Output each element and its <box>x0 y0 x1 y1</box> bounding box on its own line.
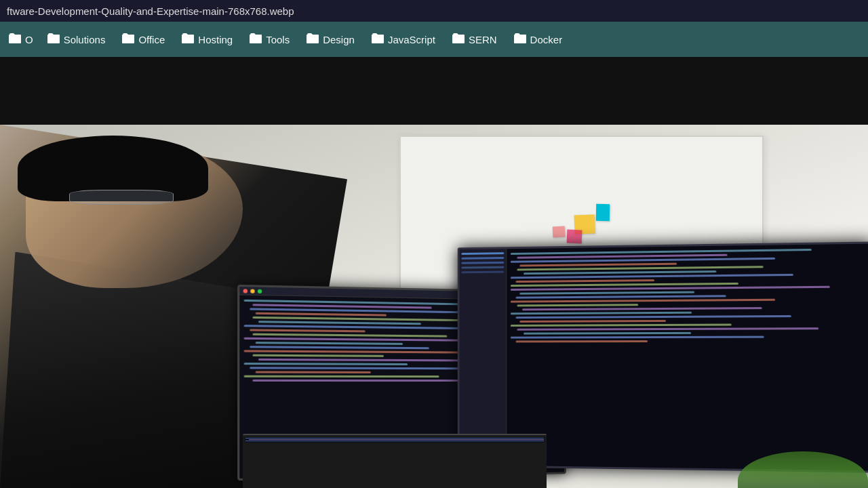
laptop-foreground <box>243 434 547 488</box>
sticky-note-light-pink <box>553 226 566 237</box>
bookmark-label-solutions: Solutions <box>64 34 106 45</box>
folder-icon-solutions <box>47 33 60 47</box>
bookmark-item-docker[interactable]: Docker <box>505 28 571 51</box>
black-bar <box>0 57 868 125</box>
bookmark-item-javascript[interactable]: JavaScript <box>363 28 443 51</box>
folder-icon-sern <box>452 33 465 47</box>
bookmark-label-sern: SERN <box>469 34 497 45</box>
folder-icon-javascript <box>371 33 384 47</box>
bookmark-item-sern[interactable]: SERN <box>443 28 505 51</box>
bookmark-label-design: Design <box>323 34 355 45</box>
bookmark-item-partial[interactable]: O <box>3 28 39 51</box>
folder-icon-hosting <box>181 33 195 47</box>
bookmark-item-hosting[interactable]: Hosting <box>173 28 241 51</box>
bookmark-item-solutions[interactable]: Solutions <box>39 28 114 51</box>
bookmark-item-office[interactable]: Office <box>113 28 173 51</box>
editor-sidebar <box>459 249 507 466</box>
bookmark-label-docker: Docker <box>530 34 563 45</box>
bookmarks-bar: O Solutions Office Hosting <box>0 22 868 57</box>
folder-icon-design <box>306 33 319 47</box>
sticky-note-pink <box>567 230 583 244</box>
folder-icon-tools <box>249 33 262 47</box>
title-bar: ftware-Development-Quality-and-Expertise… <box>0 0 868 22</box>
bookmark-label-office: Office <box>138 34 165 45</box>
bookmark-label-hosting: Hosting <box>198 34 233 45</box>
person-glasses <box>69 190 174 204</box>
bookmark-item-design[interactable]: Design <box>298 28 363 51</box>
folder-icon-office <box>121 33 135 47</box>
bookmark-label-javascript: JavaScript <box>388 34 435 45</box>
photo-container <box>0 125 868 488</box>
sticky-note-cyan <box>596 204 610 221</box>
bookmark-label-tools: Tools <box>266 34 290 45</box>
code-lines-right <box>507 243 868 346</box>
title-text: ftware-Development-Quality-and-Expertise… <box>7 5 294 17</box>
folder-icon-partial <box>8 33 22 47</box>
folder-icon-docker <box>513 33 527 47</box>
main-image-area <box>0 125 868 488</box>
bookmark-item-tools[interactable]: Tools <box>241 28 298 51</box>
bookmark-partial-label: O <box>25 34 33 45</box>
